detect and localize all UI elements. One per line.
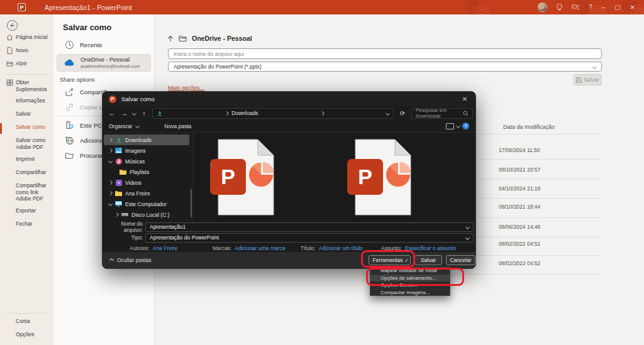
tree-item-musicas[interactable]: Músicas <box>103 156 193 167</box>
onedrive-name: OneDrive - Pessoal <box>80 57 140 63</box>
filename-label: Nome do arquivo: <box>103 221 143 233</box>
dialog-toolbar: Organizar Nova pasta ? <box>103 120 475 133</box>
sidebar-item-abrir[interactable]: Abrir <box>0 58 53 72</box>
dialog-save-button[interactable]: Salvar <box>414 255 442 265</box>
minimize-icon[interactable]: – <box>602 4 606 11</box>
chevron-right-icon[interactable] <box>114 212 119 217</box>
home-icon <box>6 34 13 41</box>
help-icon[interactable]: ? <box>589 4 592 11</box>
sidebar-item-salvar[interactable]: Salvar <box>0 109 53 122</box>
recent-locations-chevron-icon[interactable] <box>132 111 136 115</box>
breadcrumb-path[interactable]: Downloads <box>231 110 258 116</box>
filetype-label: Tipo: <box>103 234 143 241</box>
dialog-cancel-button[interactable]: Cancelar <box>446 255 475 265</box>
dialog-filetype-select[interactable]: Apresentação do PowerPoint <box>145 233 474 243</box>
tree-item-imagens[interactable]: Imagens <box>103 145 193 156</box>
up-arrow-icon[interactable] <box>167 35 174 42</box>
chevron-down-icon[interactable] <box>108 202 113 206</box>
hard-drive-icon <box>121 211 128 218</box>
breadcrumb-chevron-icon <box>225 111 229 115</box>
hide-folders-button[interactable]: Ocultar pastas <box>110 257 152 263</box>
pictures-icon <box>115 147 122 154</box>
save-as-dialog: P Salvar como ✕ ← → ↑ Downloads ⟳ Pesqui… <box>102 91 476 269</box>
sidebar-item-compartilhar[interactable]: Compartilhar <box>0 167 53 180</box>
new-folder-button[interactable]: Nova pasta <box>164 123 191 129</box>
dialog-titlebar[interactable]: P Salvar como ✕ <box>103 92 475 106</box>
file-date: 17/06/2024 11:50 <box>499 147 540 153</box>
tags-value[interactable]: Adicionar uma marca <box>235 245 285 251</box>
address-bar[interactable]: Downloads <box>152 108 394 119</box>
chevron-down-icon[interactable] <box>456 124 460 128</box>
filename-row: Nome do arquivo: <box>103 222 475 232</box>
dialog-filename-input[interactable] <box>145 222 474 232</box>
sidebar-item-fechar[interactable]: Fechar <box>0 219 53 232</box>
title-field: Título:Adicionar um título <box>301 245 363 251</box>
more-options-link[interactable]: Mais opções... <box>168 85 204 91</box>
sidebar-item-novo[interactable]: Novo <box>0 45 53 58</box>
backstage-sidebar: Página Inicial Novo Abrir Obter Suplemen… <box>0 14 53 345</box>
sidebar-item-opcoes[interactable]: Opções <box>0 329 53 342</box>
dialog-search-box[interactable]: Pesquisar em Downloads <box>411 108 473 119</box>
sidebar-item-obter-suplementos[interactable]: Obter Suplementos <box>0 77 53 92</box>
tree-item-playlists[interactable]: Playlists <box>103 167 193 177</box>
sidebar-item-pagina-inicial[interactable]: Página Inicial <box>0 32 53 45</box>
back-arrow-icon[interactable]: ← <box>108 110 116 117</box>
subject-value[interactable]: Especificar o assunto <box>405 245 456 251</box>
refresh-icon[interactable]: ⟳ <box>397 110 408 117</box>
authors-value[interactable]: Ana Freire <box>153 245 178 251</box>
titlebar: P Apresentação1 - PowerPoint ? – ▢ ✕ <box>0 0 644 14</box>
up-arrow-icon[interactable]: ↑ <box>140 110 148 117</box>
tellme-lightbulb-icon[interactable] <box>557 4 562 11</box>
address-dropdown-chevron-icon[interactable] <box>386 111 390 115</box>
sidebar-item-conta[interactable]: Conta <box>0 316 53 329</box>
filename-input[interactable] <box>168 48 602 59</box>
forward-arrow-icon[interactable]: → <box>120 110 129 117</box>
share-icon <box>65 87 74 97</box>
tree-item-este-computador[interactable]: Este Computador <box>103 199 193 209</box>
tree-item-ana-freire[interactable]: Ana Freire <box>103 188 193 199</box>
sidebar-item-salvar-como-adobe-pdf[interactable]: Salvar como Adobe PDF <box>0 135 53 154</box>
tree-item-disco-local[interactable]: Disco Local (C:) <box>103 209 193 220</box>
dialog-filename-value[interactable] <box>150 224 466 230</box>
tree-item-downloads[interactable]: Downloads <box>103 134 193 145</box>
powerpoint-icon: P <box>109 96 116 103</box>
chevron-right-icon[interactable] <box>108 191 113 195</box>
folder-icon <box>179 35 187 42</box>
share-options-label: Share options <box>60 77 154 83</box>
close-icon[interactable]: ✕ <box>630 4 635 11</box>
annotation-highlight-ferramentas <box>361 250 415 268</box>
column-header-date-modified[interactable]: Data da modificação <box>503 124 555 130</box>
tree-item-videos[interactable]: Videos <box>103 177 193 188</box>
filetype-select[interactable]: Apresentação do PowerPoint (*.pptx) <box>168 62 602 72</box>
dialog-title: Salvar como <box>121 96 155 102</box>
organize-menu[interactable]: Organizar <box>109 123 132 129</box>
sidebar-item-salvar-como[interactable]: Salvar como <box>0 122 53 135</box>
sidebar-item-imprimir[interactable]: Imprimir <box>0 154 53 167</box>
sidebar-item-informacoes[interactable]: Informações <box>0 96 53 109</box>
sidebar-item-compartilhar-como-link[interactable]: Compartilhar como link Adobe PDF <box>0 180 53 205</box>
menu-item-compress-pictures[interactable]: Compactar Imagens... <box>370 289 450 297</box>
title-value[interactable]: Adicionar um título <box>319 245 363 251</box>
pptx-file-thumbnail[interactable]: P <box>210 138 274 217</box>
save-button[interactable]: Salvar <box>574 74 602 85</box>
presenter-share-icon[interactable] <box>572 4 579 11</box>
pptx-file-thumbnail[interactable]: P <box>347 138 411 217</box>
place-recent[interactable]: Recente <box>53 37 154 52</box>
pie-chart-glyph <box>385 162 411 188</box>
place-onedrive-selected[interactable]: OneDrive - Pessoal anafreirefreire@hotma… <box>57 54 151 72</box>
dialog-help-icon[interactable]: ? <box>462 123 469 129</box>
powerpoint-app-icon: P <box>18 3 26 11</box>
dialog-close-icon[interactable]: ✕ <box>454 92 475 106</box>
chevron-right-icon[interactable] <box>108 138 113 142</box>
back-button[interactable] <box>7 20 18 31</box>
powerpoint-logo: P <box>347 159 383 195</box>
chevron-down-icon[interactable] <box>108 159 113 163</box>
view-mode-icon[interactable] <box>446 123 454 129</box>
user-avatar[interactable] <box>538 3 547 12</box>
tree-scrollbar[interactable] <box>191 189 192 217</box>
sidebar-item-exportar[interactable]: Exportar <box>0 205 53 219</box>
chevron-right-icon[interactable] <box>108 180 113 185</box>
chevron-right-icon[interactable] <box>108 148 113 153</box>
search-icon <box>463 111 469 116</box>
restore-icon[interactable]: ▢ <box>614 4 620 11</box>
